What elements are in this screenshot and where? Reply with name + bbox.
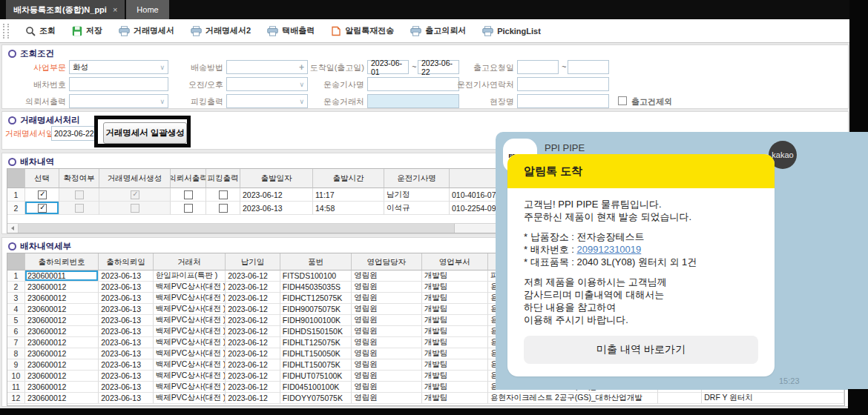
grid-cell[interactable]: 개발팀 xyxy=(422,348,488,359)
grid-cell[interactable]: 2023-06-13 xyxy=(99,393,154,404)
column-header[interactable]: 피킹출력 xyxy=(206,169,240,188)
grid-checkbox[interactable] xyxy=(184,204,193,213)
grid-cell[interactable]: 2023-06-12 xyxy=(226,315,280,326)
grid-cell[interactable]: 개발팀 xyxy=(422,270,488,282)
row-number[interactable]: 12 xyxy=(7,393,25,404)
invoice-date-input[interactable]: 2023-06-22 xyxy=(51,126,97,141)
grid-cell[interactable]: 영림원 xyxy=(352,348,421,359)
scrollbar-thumb[interactable] xyxy=(19,224,455,233)
row-number[interactable]: 6 xyxy=(7,326,25,337)
grid-cell[interactable]: FIDHCT125075K xyxy=(280,293,352,304)
exclude-shipped-checkbox[interactable] xyxy=(618,96,627,105)
grid-cell[interactable]: FID045100100K xyxy=(280,382,352,393)
grid-cell[interactable]: 남기정 xyxy=(384,188,450,202)
save-button[interactable]: 저장 xyxy=(72,25,102,36)
grid-cell[interactable]: 2023-06-13 xyxy=(99,382,154,393)
grid-cell[interactable] xyxy=(658,393,703,404)
row-number[interactable]: 10 xyxy=(7,371,25,382)
grid-cell[interactable]: 230600012 xyxy=(25,359,99,371)
grid-cell[interactable]: 개발팀 xyxy=(422,282,488,293)
select-cell[interactable] xyxy=(25,188,59,202)
column-header[interactable]: 영업부서 xyxy=(422,253,488,270)
row-number[interactable]: 2 xyxy=(7,202,25,215)
grid-cell[interactable]: 2023-06-13 xyxy=(99,293,154,304)
grid-cell[interactable]: 개발팀 xyxy=(422,359,488,371)
site-name-input[interactable] xyxy=(517,94,609,108)
column-header[interactable]: 거래처 xyxy=(154,253,226,270)
grid-cell[interactable]: 개발팀 xyxy=(422,371,488,382)
grid-cell[interactable]: 2023-06-12 xyxy=(226,270,280,282)
grid-cell[interactable]: FIDHLT125075K xyxy=(280,337,352,348)
column-header[interactable]: 출발시간 xyxy=(313,169,384,188)
grid-cell[interactable]: 230600012 xyxy=(25,348,99,359)
row-number[interactable]: 7 xyxy=(7,337,25,348)
driver-phone-input[interactable] xyxy=(517,77,609,91)
column-header[interactable]: 운전기사명 xyxy=(384,169,450,188)
request-print-cell[interactable] xyxy=(171,202,206,215)
grid-cell[interactable]: 백제PVC상사(대전 ) xyxy=(154,315,226,326)
kakao-link-button[interactable]: 미출 내역 바로가기 xyxy=(524,336,758,364)
picking-print-cell[interactable] xyxy=(206,188,240,202)
picking-print-select[interactable]: ∨ xyxy=(226,94,308,108)
close-icon[interactable]: × xyxy=(113,5,117,14)
grid-cell[interactable]: 이석규 xyxy=(384,202,450,215)
grid-checkbox[interactable] xyxy=(38,204,47,213)
grid-cell[interactable]: 230600012 xyxy=(25,337,99,348)
grid-cell[interactable]: 용현자이크레스트 2공구(GS)_대하산업개발 xyxy=(488,393,658,404)
grid-cell[interactable]: FIDHLT150050K xyxy=(280,348,352,359)
column-header[interactable]: 거래명세서생성 xyxy=(99,169,171,188)
row-number[interactable]: 1 xyxy=(7,270,25,282)
grid-cell[interactable]: 영림원 xyxy=(352,282,421,293)
business-division-select[interactable]: 화성 ∨ xyxy=(69,60,168,74)
grid-cell[interactable]: 2023-06-13 xyxy=(99,315,154,326)
grid-cell[interactable]: 14:58 xyxy=(313,202,384,215)
row-number[interactable]: 8 xyxy=(7,348,25,359)
row-number[interactable]: 2 xyxy=(7,282,25,293)
grid-cell[interactable]: 영림원 xyxy=(352,326,421,337)
tab-dispatch-register[interactable]: 배차등록조회(종합)N_ppi × xyxy=(6,0,125,19)
grid-cell[interactable]: 2023-06-13 xyxy=(240,202,313,215)
grid-cell[interactable]: 영림원 xyxy=(352,337,421,348)
grid-cell[interactable]: 2023-06-12 xyxy=(226,348,280,359)
row-number[interactable]: 9 xyxy=(7,359,25,371)
grid-cell[interactable]: 개발팀 xyxy=(422,337,488,348)
grid-cell[interactable]: 백제PVC상사(대전 ) xyxy=(154,359,226,371)
parcel-print-button[interactable]: 택배출력 xyxy=(267,25,315,36)
ampm-select[interactable]: ∨ xyxy=(226,77,308,91)
grid-cell[interactable]: 2023-06-12 xyxy=(226,304,280,315)
grid-cell[interactable]: 11:17 xyxy=(313,188,384,202)
grid-cell[interactable]: 2023-06-12 xyxy=(226,371,280,382)
grid-cell[interactable]: 2023-06-13 xyxy=(99,348,154,359)
grid-cell[interactable]: 2023-06-13 xyxy=(99,337,154,348)
dispatch-number-link[interactable]: 209912310019 xyxy=(577,244,642,255)
grid-cell[interactable]: 230600012 xyxy=(25,282,99,293)
grid-cell[interactable]: 개발팀 xyxy=(422,382,488,393)
grid-cell[interactable]: 2023-06-12 xyxy=(226,293,280,304)
shipping-request-from-input[interactable] xyxy=(517,60,559,74)
grid-cell[interactable]: 2023-06-13 xyxy=(99,359,154,371)
row-number[interactable]: 1 xyxy=(7,188,25,202)
grid-cell[interactable]: 2023-06-12 xyxy=(226,382,280,393)
grid-cell[interactable]: 백제PVC상사(대전 ) xyxy=(154,282,226,293)
grid-cell[interactable]: FIDHLT150075K xyxy=(280,359,352,371)
grid-cell[interactable]: FIDHUT075100K xyxy=(280,371,352,382)
row-number[interactable]: 5 xyxy=(7,315,25,326)
grid-cell[interactable]: 230600011 xyxy=(25,270,99,282)
search-button[interactable]: 조회 xyxy=(25,25,56,36)
request-print-cell[interactable] xyxy=(171,188,206,202)
grid-cell[interactable]: 개발팀 xyxy=(422,315,488,326)
grid-cell[interactable]: 2023-06-13 xyxy=(99,270,154,282)
arrival-date-from-input[interactable]: 2023-06-01 xyxy=(367,60,409,74)
grid-cell[interactable]: 개발팀 xyxy=(422,304,488,315)
grid-cell[interactable]: 영림원 xyxy=(352,359,421,371)
picking-list-button[interactable]: PickingList xyxy=(482,26,541,36)
grid-checkbox[interactable] xyxy=(219,190,228,199)
grid-cell[interactable]: 영림원 xyxy=(352,293,421,304)
grid-cell[interactable]: 230600012 xyxy=(25,293,99,304)
column-header[interactable]: 의뢰서출력 xyxy=(171,169,206,188)
grid-checkbox[interactable] xyxy=(38,190,47,199)
grid-cell[interactable]: 2023-06-12 xyxy=(226,282,280,293)
grid-cell[interactable]: 백제PVC상사(대전 ) xyxy=(154,348,226,359)
grid-cell[interactable]: 230600012 xyxy=(25,382,99,393)
toolbar-grip[interactable] xyxy=(3,24,9,39)
